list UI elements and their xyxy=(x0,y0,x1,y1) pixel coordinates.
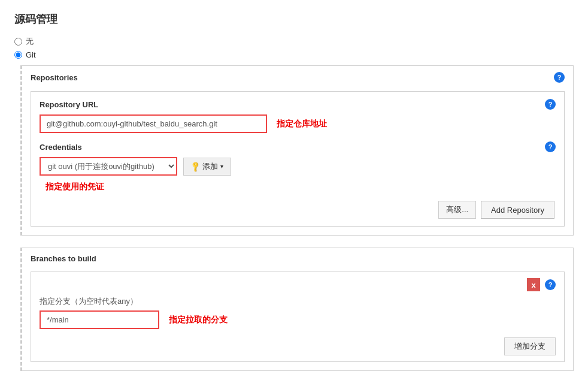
repo-url-help-icon[interactable]: ? xyxy=(545,99,556,110)
credentials-help-icon[interactable]: ? xyxy=(545,141,556,152)
remove-branch-button[interactable]: x xyxy=(527,278,540,291)
branch-bottom-row: 增加分支 xyxy=(40,337,556,355)
dropdown-arrow-icon: ▾ xyxy=(220,163,223,170)
branch-annotation: 指定拉取的分支 xyxy=(169,315,228,325)
branches-label: Branches to build xyxy=(31,254,96,263)
repo-url-credentials-box: Repository URL ? 指定仓库地址 Credentials ? gi… xyxy=(31,91,565,227)
credentials-select[interactable]: git ouvi (用于连接ouvi的github) xyxy=(40,157,177,176)
credentials-header: Credentials ? xyxy=(40,141,556,152)
repositories-help-icon[interactable]: ? xyxy=(554,72,565,83)
radio-git-input[interactable] xyxy=(14,51,22,59)
branch-inner-header: x ? xyxy=(40,278,556,291)
repo-button-row: 高级... Add Repository xyxy=(40,201,556,219)
branches-header: Branches to build xyxy=(22,248,573,267)
branch-field-label: 指定分支（为空时代表any） xyxy=(40,296,556,307)
key-icon: 🔑 xyxy=(189,160,202,173)
radio-none-label: 无 xyxy=(26,36,34,47)
radio-git[interactable]: Git xyxy=(14,50,574,59)
radio-group: 无 Git xyxy=(14,36,574,59)
page-title: 源码管理 xyxy=(14,12,574,26)
credentials-annotation: 指定使用的凭证 xyxy=(46,182,104,192)
url-input-wrapper: 指定仓库地址 xyxy=(40,114,556,133)
add-branch-button[interactable]: 增加分支 xyxy=(504,337,556,355)
repo-url-header: Repository URL ? xyxy=(40,99,556,110)
branch-input-row: 指定拉取的分支 xyxy=(40,310,556,329)
repositories-section: Repositories ? Repository URL ? 指定仓库地址 C… xyxy=(20,65,574,236)
credentials-label: Credentials xyxy=(40,143,82,152)
page-container: 源码管理 无 Git Repositories ? Repository URL… xyxy=(0,0,588,380)
branches-section: Branches to build x ? 指定分支（为空时代表any） 指定拉… xyxy=(20,248,574,371)
radio-none-input[interactable] xyxy=(14,38,22,46)
branches-help-icon[interactable]: ? xyxy=(545,279,556,290)
add-credential-label: 添加 xyxy=(202,161,218,172)
repository-url-input[interactable] xyxy=(40,114,267,133)
add-repository-button[interactable]: Add Repository xyxy=(481,201,554,219)
branch-inner-box: x ? 指定分支（为空时代表any） 指定拉取的分支 增加分支 xyxy=(31,272,565,362)
repo-url-annotation: 指定仓库地址 xyxy=(277,119,327,129)
radio-none[interactable]: 无 xyxy=(14,36,574,47)
advanced-button[interactable]: 高级... xyxy=(438,201,476,219)
radio-git-label: Git xyxy=(26,50,36,59)
repositories-label: Repositories xyxy=(31,73,78,82)
branch-input[interactable] xyxy=(40,310,159,329)
repositories-header: Repositories ? xyxy=(22,66,573,86)
repo-url-label: Repository URL xyxy=(40,100,98,109)
credentials-block: Credentials ? git ouvi (用于连接ouvi的github)… xyxy=(40,141,556,192)
add-credential-button[interactable]: 🔑 添加 ▾ xyxy=(183,158,231,176)
credentials-row: git ouvi (用于连接ouvi的github) 🔑 添加 ▾ xyxy=(40,157,556,176)
